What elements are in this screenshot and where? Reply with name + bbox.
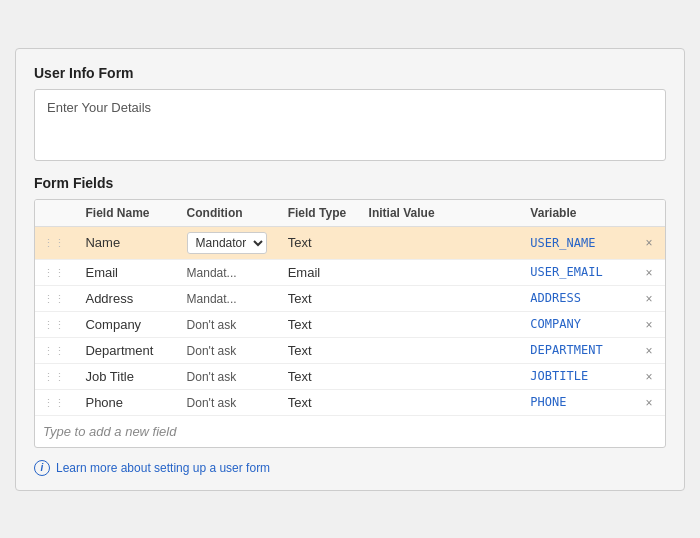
variable-cell: JOBTITLE	[522, 363, 633, 389]
drag-dots-icon: ⋮⋮	[43, 371, 69, 383]
variable-cell: COMPANY	[522, 311, 633, 337]
initial-value-cell	[361, 363, 523, 389]
variable-cell: USER_NAME	[522, 226, 633, 259]
condition-text: Don't ask	[187, 396, 237, 410]
condition-cell[interactable]: Mandat...	[179, 285, 280, 311]
col-condition-header: Condition	[179, 200, 280, 227]
drag-handle[interactable]: ⋮⋮	[35, 259, 77, 285]
condition-text: Don't ask	[187, 344, 237, 358]
condition-cell[interactable]: Mandat...	[179, 259, 280, 285]
form-fields-table-wrapper: Field Name Condition Field Type Initial …	[34, 199, 666, 448]
learn-more-link[interactable]: Learn more about setting up a user form	[56, 461, 270, 475]
form-title: User Info Form	[34, 65, 666, 81]
condition-text: Don't ask	[187, 318, 237, 332]
drag-dots-icon: ⋮⋮	[43, 397, 69, 409]
initial-value-cell	[361, 337, 523, 363]
drag-dots-icon: ⋮⋮	[43, 293, 69, 305]
user-info-form-panel: User Info Form Enter Your Details Form F…	[15, 48, 685, 491]
variable-cell: DEPARTMENT	[522, 337, 633, 363]
delete-button[interactable]: ×	[642, 290, 657, 308]
initial-value-cell	[361, 226, 523, 259]
field-type-cell: Text	[280, 285, 361, 311]
initial-value-cell	[361, 311, 523, 337]
col-name-header: Field Name	[77, 200, 178, 227]
condition-cell[interactable]: Don't ask	[179, 363, 280, 389]
delete-cell[interactable]: ×	[634, 311, 665, 337]
drag-dots-icon: ⋮⋮	[43, 237, 69, 249]
add-field-cell[interactable]: Type to add a new field	[35, 415, 665, 447]
condition-cell[interactable]: Don't ask	[179, 389, 280, 415]
variable-cell: ADDRESS	[522, 285, 633, 311]
condition-cell[interactable]: Don't ask	[179, 311, 280, 337]
col-fieldtype-header: Field Type	[280, 200, 361, 227]
condition-select[interactable]: MandatoryOptionalDon't ask	[187, 232, 267, 254]
initial-value-cell	[361, 285, 523, 311]
delete-button[interactable]: ×	[642, 264, 657, 282]
add-field-row[interactable]: Type to add a new field	[35, 415, 665, 447]
delete-cell[interactable]: ×	[634, 363, 665, 389]
table-row: ⋮⋮CompanyDon't askTextCOMPANY×	[35, 311, 665, 337]
col-delete-header	[634, 200, 665, 227]
delete-cell[interactable]: ×	[634, 285, 665, 311]
col-drag-header	[35, 200, 77, 227]
delete-cell[interactable]: ×	[634, 337, 665, 363]
delete-button[interactable]: ×	[642, 316, 657, 334]
table-header-row: Field Name Condition Field Type Initial …	[35, 200, 665, 227]
field-type-cell: Text	[280, 337, 361, 363]
drag-handle[interactable]: ⋮⋮	[35, 311, 77, 337]
drag-handle[interactable]: ⋮⋮	[35, 337, 77, 363]
initial-value-cell	[361, 389, 523, 415]
field-type-cell: Email	[280, 259, 361, 285]
field-type-cell: Text	[280, 226, 361, 259]
field-name-cell: Name	[77, 226, 178, 259]
col-variable-header: Variable	[522, 200, 633, 227]
condition-cell[interactable]: Don't ask	[179, 337, 280, 363]
table-row: ⋮⋮NameMandatoryOptionalDon't askTextUSER…	[35, 226, 665, 259]
drag-handle[interactable]: ⋮⋮	[35, 285, 77, 311]
drag-handle[interactable]: ⋮⋮	[35, 363, 77, 389]
variable-cell: USER_EMAIL	[522, 259, 633, 285]
field-name-cell: Job Title	[77, 363, 178, 389]
condition-text: Mandat...	[187, 292, 237, 306]
condition-text: Mandat...	[187, 266, 237, 280]
variable-cell: PHONE	[522, 389, 633, 415]
delete-button[interactable]: ×	[642, 394, 657, 412]
delete-cell[interactable]: ×	[634, 389, 665, 415]
delete-button[interactable]: ×	[642, 342, 657, 360]
field-name-cell: Company	[77, 311, 178, 337]
condition-cell[interactable]: MandatoryOptionalDon't ask	[179, 226, 280, 259]
field-name-cell: Address	[77, 285, 178, 311]
table-row: ⋮⋮Job TitleDon't askTextJOBTITLE×	[35, 363, 665, 389]
condition-text: Don't ask	[187, 370, 237, 384]
table-row: ⋮⋮AddressMandat...TextADDRESS×	[35, 285, 665, 311]
drag-dots-icon: ⋮⋮	[43, 319, 69, 331]
delete-cell[interactable]: ×	[634, 226, 665, 259]
delete-button[interactable]: ×	[642, 368, 657, 386]
delete-cell[interactable]: ×	[634, 259, 665, 285]
table-row: ⋮⋮DepartmentDon't askTextDEPARTMENT×	[35, 337, 665, 363]
table-row: ⋮⋮EmailMandat...EmailUSER_EMAIL×	[35, 259, 665, 285]
field-name-cell: Phone	[77, 389, 178, 415]
drag-handle[interactable]: ⋮⋮	[35, 389, 77, 415]
col-initial-header: Initial Value	[361, 200, 523, 227]
field-type-cell: Text	[280, 311, 361, 337]
field-name-cell: Email	[77, 259, 178, 285]
field-type-cell: Text	[280, 363, 361, 389]
drag-dots-icon: ⋮⋮	[43, 267, 69, 279]
info-icon: i	[34, 460, 50, 476]
preview-text: Enter Your Details	[47, 100, 151, 115]
field-name-cell: Department	[77, 337, 178, 363]
field-type-cell: Text	[280, 389, 361, 415]
footer-link-container: i Learn more about setting up a user for…	[34, 460, 666, 476]
table-row: ⋮⋮PhoneDon't askTextPHONE×	[35, 389, 665, 415]
drag-handle[interactable]: ⋮⋮	[35, 226, 77, 259]
form-preview: Enter Your Details	[34, 89, 666, 161]
delete-button[interactable]: ×	[642, 234, 657, 252]
drag-dots-icon: ⋮⋮	[43, 345, 69, 357]
initial-value-cell	[361, 259, 523, 285]
form-fields-table: Field Name Condition Field Type Initial …	[35, 200, 665, 447]
form-fields-title: Form Fields	[34, 175, 666, 191]
